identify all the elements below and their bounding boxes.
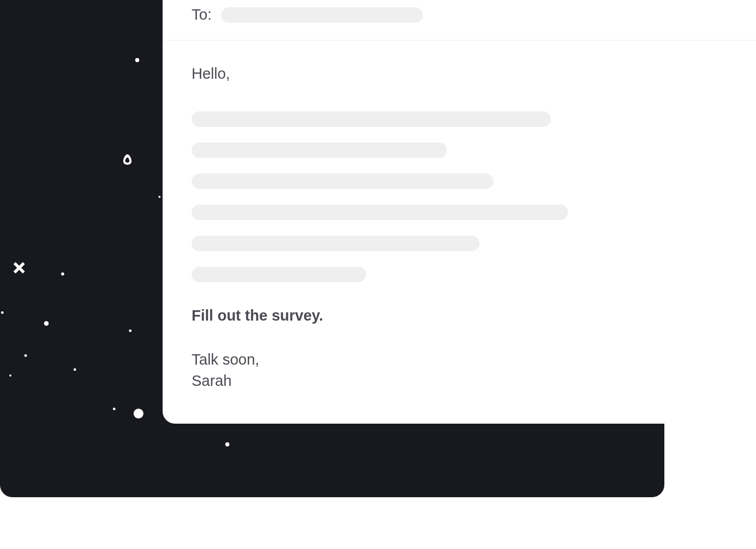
survey-link-text: Fill out the survey. bbox=[192, 307, 323, 324]
email-signature: Talk soon, Sarah bbox=[192, 349, 727, 391]
placeholder-line bbox=[192, 236, 479, 251]
signoff-text: Talk soon, bbox=[192, 349, 727, 370]
cross-decoration bbox=[13, 262, 25, 276]
star-decoration bbox=[134, 409, 143, 418]
star-decoration bbox=[158, 196, 161, 198]
email-body: Hello, Fill out the survey. Talk soon, S… bbox=[163, 40, 756, 416]
placeholder-line bbox=[192, 205, 568, 220]
placeholder-line bbox=[192, 111, 551, 127]
to-label: To: bbox=[192, 6, 212, 23]
star-decoration bbox=[24, 354, 27, 357]
star-decoration bbox=[44, 321, 49, 326]
placeholder-line bbox=[192, 142, 447, 158]
sender-name: Sarah bbox=[192, 370, 727, 392]
email-compose-card: To: Hello, Fill out the survey. Talk soo… bbox=[163, 0, 756, 424]
to-recipient-field[interactable] bbox=[221, 7, 423, 23]
placeholder-line bbox=[192, 174, 493, 189]
star-decoration bbox=[61, 272, 64, 276]
shape-decoration bbox=[121, 153, 134, 166]
email-content-placeholder bbox=[192, 111, 727, 282]
star-decoration bbox=[129, 329, 132, 332]
star-decoration bbox=[1, 311, 4, 314]
placeholder-line bbox=[192, 267, 366, 282]
star-decoration bbox=[113, 408, 115, 410]
star-decoration bbox=[9, 374, 11, 377]
email-header: To: bbox=[163, 0, 756, 40]
survey-link[interactable]: Fill out the survey. bbox=[192, 307, 323, 324]
email-greeting: Hello, bbox=[192, 65, 727, 82]
star-decoration bbox=[135, 58, 139, 62]
star-decoration bbox=[225, 442, 229, 446]
star-decoration bbox=[74, 368, 76, 371]
